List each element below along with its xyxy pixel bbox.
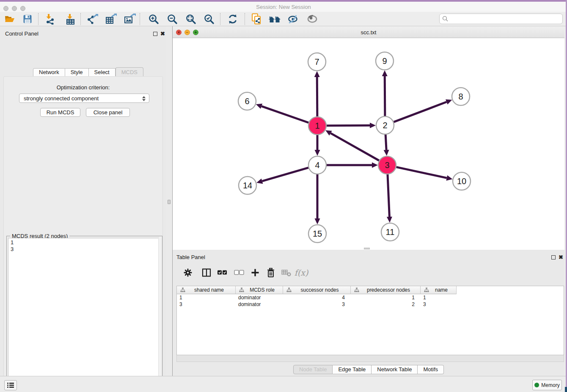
open-session-button[interactable] <box>3 13 17 25</box>
deselect-all-button[interactable] <box>232 266 246 279</box>
table-row[interactable]: 1dominator411 <box>177 294 564 301</box>
control-panel-title: Control Panel <box>5 30 39 37</box>
graph-edge-1-4[interactable] <box>315 135 320 156</box>
tab-network-table[interactable]: Network Table <box>372 365 418 374</box>
hide-graphics-details-button[interactable] <box>286 13 300 25</box>
export-network-button[interactable] <box>85 13 100 25</box>
graph-edge-1-2[interactable] <box>327 123 376 128</box>
column-header-MCDS-role[interactable]: MCDS role <box>236 286 283 294</box>
criterion-value: strongly connected component <box>24 95 99 102</box>
function-builder-button[interactable]: f(x) <box>295 266 308 279</box>
node-table: shared nameMCDS rolesuccessor nodesprede… <box>176 286 564 355</box>
graph-node-8[interactable]: 8 <box>452 88 470 105</box>
divider-grip[interactable] <box>168 200 171 204</box>
zoom-selected-button[interactable] <box>202 13 216 25</box>
column-header-predecessor-nodes[interactable]: predecessor nodes <box>351 286 421 294</box>
delete-table-button[interactable] <box>280 266 293 279</box>
graph-edge-2-8[interactable] <box>394 99 452 122</box>
birdseye-view-button[interactable] <box>305 13 319 25</box>
graph-node-label: 11 <box>386 227 395 237</box>
criterion-select[interactable]: strongly connected component <box>19 94 149 103</box>
clone-network-button[interactable] <box>249 13 264 25</box>
graph-edge-3-1[interactable] <box>325 130 379 160</box>
first-neighbors-button[interactable] <box>267 13 282 25</box>
result-scrollbar[interactable] <box>158 237 162 392</box>
tab-style[interactable]: Style <box>65 68 89 77</box>
tab-mcds[interactable]: MCDS <box>116 67 143 77</box>
select-all-button[interactable] <box>215 266 229 279</box>
task-history-button[interactable] <box>4 380 17 390</box>
export-image-button[interactable] <box>123 13 137 25</box>
table-tabs: Node Table Edge Table Network Table Moti… <box>173 365 564 374</box>
graph-node-11[interactable]: 11 <box>381 223 399 241</box>
graph-node-2[interactable]: 2 <box>376 116 394 134</box>
graph-edge-4-3[interactable] <box>327 163 378 168</box>
memory-button[interactable]: Memory <box>532 380 562 390</box>
float-table-panel-icon[interactable] <box>551 255 556 259</box>
table-cell: 3 <box>421 301 457 308</box>
create-column-button[interactable] <box>248 266 262 279</box>
export-table-button[interactable] <box>104 13 118 25</box>
graph-node-6[interactable]: 6 <box>238 92 256 110</box>
table-toolbar: f(x) <box>176 265 561 280</box>
graph-node-4[interactable]: 4 <box>308 156 326 174</box>
graph-edge-2-3[interactable] <box>384 135 389 156</box>
graph-edge-1-6[interactable] <box>256 104 308 123</box>
run-mcds-button[interactable]: Run MCDS <box>40 108 80 117</box>
session-title: Session: New Session <box>0 4 567 10</box>
search-input[interactable] <box>449 15 562 23</box>
graph-edge-3-11[interactable] <box>387 174 392 223</box>
graph-node-7[interactable]: 7 <box>308 53 326 71</box>
show-columns-button[interactable] <box>200 266 213 279</box>
graph-node-3[interactable]: 3 <box>378 156 396 174</box>
mcds-result-text[interactable]: 13 <box>8 238 161 392</box>
column-header-name[interactable]: name <box>421 286 457 294</box>
tab-select[interactable]: Select <box>89 68 116 77</box>
fx-icon: f(x) <box>295 268 308 277</box>
graph-edge-4-15[interactable] <box>315 174 320 224</box>
control-panel-tabs: Network Style Select MCDS <box>33 67 143 77</box>
split-pane-grip[interactable] <box>364 248 370 249</box>
graph-node-15[interactable]: 15 <box>308 225 326 243</box>
tab-motifs[interactable]: Motifs <box>418 365 444 374</box>
graph-edge-1-7[interactable] <box>314 71 320 116</box>
table-panel-title: Table Panel <box>176 254 205 260</box>
zoom-out-button[interactable] <box>165 13 179 25</box>
graph-node-14[interactable]: 14 <box>239 177 256 194</box>
delete-columns-button[interactable] <box>264 266 278 279</box>
tab-edge-table[interactable]: Edge Table <box>333 365 372 374</box>
column-header-successor-nodes[interactable]: successor nodes <box>283 286 351 294</box>
float-panel-icon[interactable] <box>153 32 157 36</box>
fit-content-button[interactable] <box>184 13 198 25</box>
graph-edge-2-9[interactable] <box>382 70 388 116</box>
panel-divider[interactable] <box>166 26 173 376</box>
graph-node-label: 1 <box>315 121 319 130</box>
close-table-panel-icon[interactable]: ✖ <box>559 254 563 260</box>
resize-grip[interactable] <box>565 387 567 392</box>
table-settings-button[interactable] <box>181 266 195 279</box>
tab-network[interactable]: Network <box>33 68 65 77</box>
graph-edge-3-10[interactable] <box>396 167 453 181</box>
table-row[interactable]: 3dominator323 <box>177 301 564 308</box>
fit-content-icon <box>186 14 196 25</box>
import-table-button[interactable] <box>63 13 78 25</box>
close-panel-icon[interactable]: ✖ <box>160 30 165 37</box>
gear-icon <box>183 268 193 277</box>
tab-node-table[interactable]: Node Table <box>293 365 333 374</box>
save-session-button[interactable] <box>20 13 35 25</box>
graph-node-10[interactable]: 10 <box>453 172 471 190</box>
toolbar-separator <box>80 13 81 25</box>
refresh-layout-button[interactable] <box>226 13 240 25</box>
search-field[interactable] <box>439 14 563 24</box>
task-list-icon <box>7 382 14 388</box>
network-window-titlebar[interactable]: × − + scc.txt <box>173 27 564 38</box>
zoom-in-button[interactable] <box>146 13 161 25</box>
graph-edge-4-14[interactable] <box>256 168 308 184</box>
table-cell: 4 <box>283 294 351 301</box>
close-panel-button[interactable]: Close panel <box>86 108 130 117</box>
import-network-button[interactable] <box>43 13 57 25</box>
graph-node-9[interactable]: 9 <box>376 52 394 70</box>
network-canvas[interactable]: 7968124314101511 <box>173 38 564 250</box>
graph-node-1[interactable]: 1 <box>308 117 326 135</box>
column-header-shared-name[interactable]: shared name <box>177 286 236 294</box>
